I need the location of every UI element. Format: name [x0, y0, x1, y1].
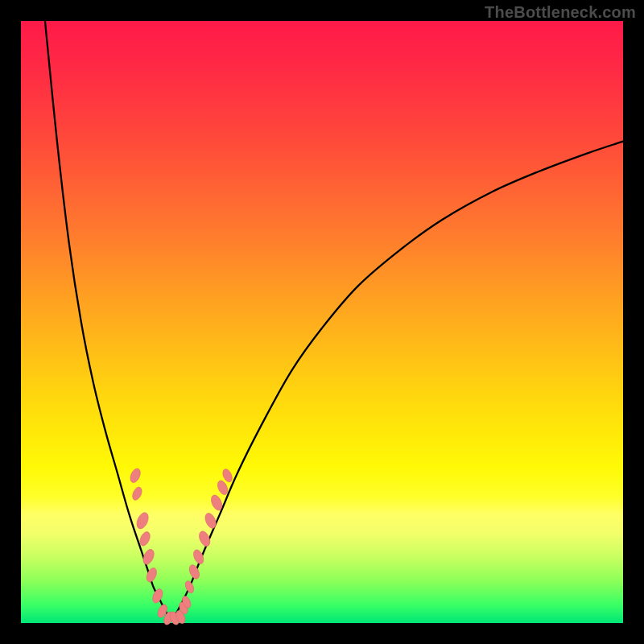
data-marker — [134, 511, 151, 530]
data-marker — [130, 485, 143, 502]
chart-frame: TheBottleneck.com — [0, 0, 644, 644]
data-marker — [188, 564, 201, 580]
curve-layer — [45, 21, 623, 620]
data-marker — [203, 511, 218, 530]
plot-area — [21, 21, 623, 623]
marker-layer — [128, 467, 233, 626]
curve-right-branch — [171, 142, 623, 621]
chart-svg — [21, 21, 623, 623]
data-marker — [184, 580, 196, 594]
watermark-text: TheBottleneck.com — [485, 3, 636, 22]
data-marker — [151, 588, 164, 605]
data-marker — [128, 467, 142, 484]
curve-left-branch — [45, 21, 171, 620]
